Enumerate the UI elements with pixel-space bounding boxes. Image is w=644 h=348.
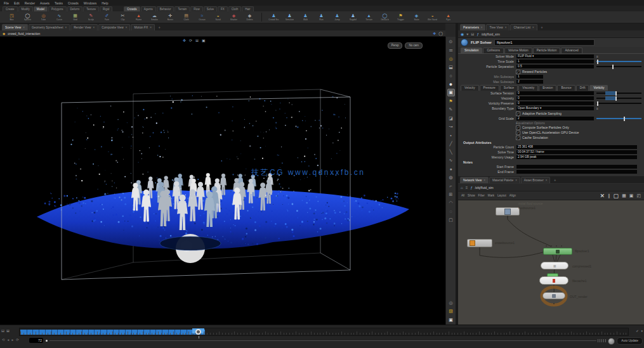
- close-icon[interactable]: ×: [65, 25, 67, 30]
- param-field[interactable]: 25 361 408: [516, 145, 638, 150]
- network-tab-material-palette[interactable]: Material Palette×: [489, 177, 520, 183]
- subtab-erosion[interactable]: Erosion: [539, 85, 556, 91]
- params-new-tab-button[interactable]: ＋: [538, 25, 546, 30]
- close-icon[interactable]: ×: [126, 25, 128, 30]
- shelf-tool-terrain-tool[interactable]: ▲Terrain: [361, 12, 377, 23]
- measure-icon[interactable]: ╱: [447, 140, 455, 148]
- param-field[interactable]: 0: [516, 101, 595, 106]
- edit-icon[interactable]: ✐: [636, 329, 638, 333]
- play-icon[interactable]: ▸: [11, 338, 13, 342]
- material-icon[interactable]: ◪: [447, 115, 455, 122]
- shelf-tool-ragdoll-tool[interactable]: ♟Ragdoll: [345, 12, 361, 23]
- shelf-tool-walk-tool[interactable]: ♟Walk: [298, 12, 313, 23]
- view-tool-icon[interactable]: ○: [447, 72, 455, 80]
- shelf-tab-deform[interactable]: Deform: [67, 6, 83, 11]
- slider-handle[interactable]: [597, 60, 598, 64]
- close-icon[interactable]: ×: [23, 25, 25, 30]
- close-icon[interactable]: ×: [481, 25, 483, 30]
- network-canvas[interactable]: initial fluid sourcefluidsource1crowdsou…: [458, 200, 644, 325]
- viewport-tab-motion-fx[interactable]: Motion FX×: [131, 24, 155, 30]
- split-icon[interactable]: ∥: [608, 193, 610, 198]
- shelf-tool-shatter-tool[interactable]: ◈Shatter: [226, 12, 242, 23]
- clip-plane-icon[interactable]: ⌐: [447, 183, 455, 190]
- node-out[interactable]: [542, 292, 565, 299]
- folder-tab-simulation[interactable]: Simulation: [461, 48, 482, 53]
- close-icon[interactable]: ×: [505, 25, 507, 30]
- light-icon[interactable]: ◍: [447, 174, 455, 181]
- subtab-pressure[interactable]: Pressure: [480, 85, 499, 91]
- slider-handle[interactable]: [597, 101, 598, 106]
- menu-file[interactable]: File: [4, 1, 9, 5]
- folder-tab-advanced[interactable]: Advanced: [561, 48, 582, 53]
- menu-icon[interactable]: ≡: [466, 186, 468, 190]
- node-crowd[interactable]: [467, 239, 492, 247]
- subtab-viscosity[interactable]: Viscosity: [518, 85, 538, 91]
- viewport-new-tab-button[interactable]: ＋: [155, 25, 163, 30]
- param-field[interactable]: 0: [516, 91, 595, 96]
- param-checkbox[interactable]: ✓: [516, 131, 520, 135]
- frame-slider-handle[interactable]: [46, 340, 48, 342]
- shelf-tool-box-tool[interactable]: ◳Box: [4, 12, 20, 23]
- box-icon[interactable]: ▣: [202, 38, 206, 42]
- param-field[interactable]: 1: [516, 74, 544, 79]
- shelf-tab-agents[interactable]: Agents: [141, 6, 156, 11]
- slider-handle[interactable]: [615, 91, 617, 96]
- param-field[interactable]: 0: [516, 96, 595, 101]
- shelf-tab-terrain[interactable]: Terrain: [174, 6, 190, 11]
- node-cache[interactable]: [539, 276, 568, 285]
- network-tab-asset-browser[interactable]: Asset Browser×: [521, 177, 551, 183]
- net-toolbar-filter[interactable]: Filter: [478, 194, 485, 197]
- subtab-bounce[interactable]: Bounce: [557, 85, 575, 91]
- scene-viewport[interactable]: 技艺CG www.qdnxxfb.cn ✥⟳⊞▣ PerspNo cam: [0, 37, 445, 325]
- menu-tasks[interactable]: Tasks: [55, 1, 63, 5]
- close-icon[interactable]: ×: [150, 25, 152, 30]
- link-icon[interactable]: ❖: [433, 31, 436, 35]
- corner-icon[interactable]: ◰: [636, 193, 641, 198]
- flag-icon[interactable]: ▨: [447, 307, 455, 315]
- param-field[interactable]: 2: [516, 116, 595, 121]
- scale-tool-icon[interactable]: ⬓: [447, 63, 455, 71]
- point-icon[interactable]: •: [447, 131, 455, 139]
- playhead[interactable]: [195, 329, 201, 335]
- shelf-tool-ocean-tool[interactable]: ≈Ocean: [194, 12, 210, 23]
- close-icon[interactable]: ×: [546, 177, 548, 183]
- shelf-tool-simulate-tool[interactable]: ♟Simulate: [282, 12, 298, 23]
- params-tab-tree-view[interactable]: Tree View×: [486, 24, 509, 30]
- param-field[interactable]: [516, 169, 638, 174]
- viewport-tab-render-view[interactable]: Render View×: [70, 24, 98, 30]
- menu-icon[interactable]: ≡: [596, 106, 598, 110]
- shelf-tab-create[interactable]: Create: [3, 6, 18, 11]
- handles-icon[interactable]: ✥: [183, 38, 186, 42]
- view-ring-icon[interactable]: ◯: [438, 31, 443, 35]
- network-new-tab-button[interactable]: ＋: [551, 177, 558, 183]
- param-checkbox[interactable]: ✓: [516, 126, 520, 130]
- timeline-ruler[interactable]: [19, 328, 629, 336]
- camera-pill-0[interactable]: Persp: [388, 42, 403, 49]
- param-checkbox[interactable]: ✓: [516, 70, 520, 74]
- auto-update-button[interactable]: Auto Update: [617, 337, 643, 345]
- display-options-icon[interactable]: ▣: [447, 89, 455, 96]
- node-compress[interactable]: ≣: [541, 262, 568, 269]
- viewport-tab-geometry-spreadsheet[interactable]: Geometry Spreadsheet×: [29, 24, 70, 30]
- solo-icon[interactable]: ▣: [447, 316, 455, 324]
- shelf-tool-sand-tool[interactable]: ◒Sand: [210, 12, 226, 23]
- sphere-icon[interactable]: ●: [447, 165, 455, 173]
- shelf-tool-trigger-tool[interactable]: ⚑Trigger: [393, 12, 409, 23]
- param-field[interactable]: 1: [516, 59, 595, 64]
- options-icon[interactable]: ▾: [641, 329, 643, 333]
- close-icon[interactable]: ×: [93, 25, 95, 30]
- close-icon[interactable]: ✕: [600, 193, 605, 199]
- menu-crowds[interactable]: Crowds: [68, 1, 79, 5]
- step-back-icon[interactable]: ◂: [8, 338, 10, 342]
- ruler-icon[interactable]: ╲: [447, 148, 455, 156]
- viewport-tab-composite-view[interactable]: Composite View×: [98, 24, 130, 30]
- param-slider[interactable]: [596, 98, 641, 99]
- shelf-tool-curve-tool[interactable]: ∿Curve: [51, 12, 67, 23]
- shelf-tool-clip-tool[interactable]: ✂Clip: [115, 12, 131, 23]
- menu-render[interactable]: Render: [25, 1, 35, 5]
- param-field[interactable]: 2: [516, 79, 544, 84]
- shelf-tool-sculpt-tool[interactable]: ✎Sculpt: [83, 12, 99, 23]
- home-icon[interactable]: ⌂: [461, 186, 463, 190]
- path-icon[interactable]: ↝: [447, 123, 455, 131]
- shelf-tool-run-tool[interactable]: ♟Run: [313, 12, 329, 23]
